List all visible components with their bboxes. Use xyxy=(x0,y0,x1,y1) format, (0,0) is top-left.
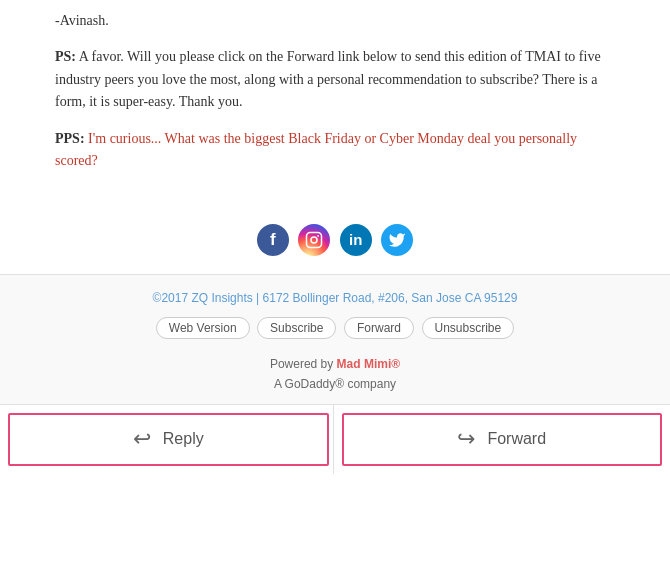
ps-text: A favor. Will you please click on the Fo… xyxy=(55,49,601,109)
forward-icon: ↪ xyxy=(457,426,475,452)
footer-section: ©2017 ZQ Insights | 6172 Bollinger Road,… xyxy=(0,274,670,403)
svg-rect-0 xyxy=(307,233,322,248)
ps-paragraph: PS: A favor. Will you please click on th… xyxy=(55,46,615,113)
instagram-icon[interactable] xyxy=(298,224,330,256)
unsubscribe-btn[interactable]: Unsubscribe xyxy=(422,317,515,339)
svg-point-1 xyxy=(311,237,317,243)
forward-label: Forward xyxy=(487,430,546,448)
reply-label: Reply xyxy=(163,430,204,448)
twitter-icon[interactable] xyxy=(381,224,413,256)
action-divider xyxy=(333,405,334,474)
action-bar: ↩ Reply ↪ Forward xyxy=(0,404,670,474)
svg-point-2 xyxy=(317,235,319,237)
pps-text: I'm curious... What was the biggest Blac… xyxy=(55,131,577,168)
pps-paragraph: PPS: I'm curious... What was the biggest… xyxy=(55,128,615,173)
author-signature: -Avinash. xyxy=(55,10,615,32)
mad-mimi-link[interactable]: Mad Mimi® xyxy=(337,357,401,371)
pps-label: PPS: xyxy=(55,131,85,146)
subscribe-btn[interactable]: Subscribe xyxy=(257,317,336,339)
reply-icon: ↩ xyxy=(133,426,151,452)
email-container: -Avinash. PS: A favor. Will you please c… xyxy=(0,0,670,563)
footer-links: Web Version Subscribe Forward Unsubscrib… xyxy=(20,315,650,341)
forward-btn[interactable]: Forward xyxy=(344,317,414,339)
social-icons-section: f in xyxy=(0,206,670,274)
ps-label: PS: xyxy=(55,49,76,64)
powered-by-text: Powered by xyxy=(270,357,337,371)
email-body: -Avinash. PS: A favor. Will you please c… xyxy=(0,0,670,206)
reply-button[interactable]: ↩ Reply xyxy=(8,413,329,466)
footer-address: ©2017 ZQ Insights | 6172 Bollinger Road,… xyxy=(20,291,650,305)
godaddy-text: A GoDaddy® company xyxy=(274,377,396,391)
facebook-icon[interactable]: f xyxy=(257,224,289,256)
linkedin-icon[interactable]: in xyxy=(340,224,372,256)
forward-action-button[interactable]: ↪ Forward xyxy=(342,413,663,466)
footer-powered: Powered by Mad Mimi® A GoDaddy® company xyxy=(20,355,650,393)
web-version-btn[interactable]: Web Version xyxy=(156,317,250,339)
